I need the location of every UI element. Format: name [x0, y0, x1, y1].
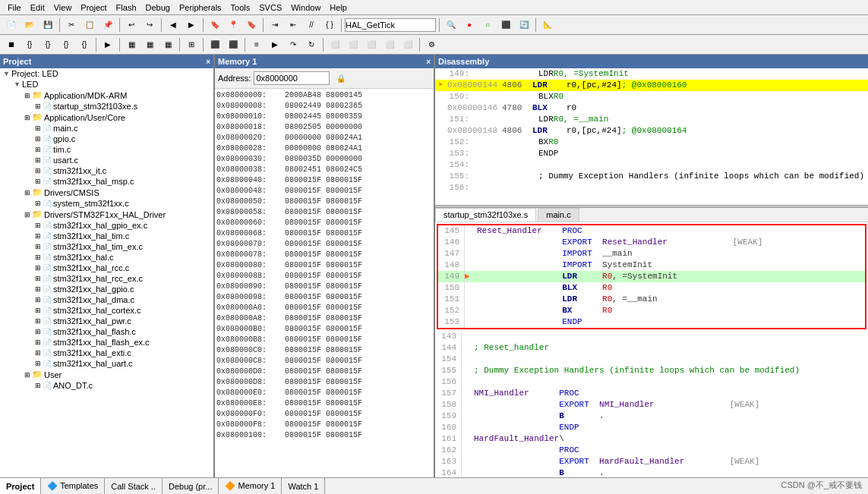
tree-item[interactable]: ⊞📄stm32f1xx_hal_flash.c	[0, 326, 213, 337]
tree-item[interactable]: ⊞📄tim.c	[0, 144, 213, 155]
t2-btn12[interactable]: ⬛	[225, 36, 241, 53]
paste-btn[interactable]: 📌	[99, 17, 116, 33]
tree-item[interactable]: ⊞📁Application/MDK-ARM	[0, 90, 213, 101]
memory-refresh-btn[interactable]: 🔒	[333, 70, 349, 87]
menu-flash[interactable]: Flash	[112, 2, 141, 14]
tree-item[interactable]: ⊞📄gpio.c	[0, 134, 213, 144]
tree-item[interactable]: ⊞📁Drivers/CMSIS	[0, 187, 213, 198]
reset-btn[interactable]: 🔄	[516, 17, 532, 33]
t2-btn19[interactable]: ⬜	[363, 36, 380, 53]
arrow-indicator	[462, 445, 471, 456]
t2-btn15[interactable]: ↷	[285, 36, 301, 53]
t2-btn5[interactable]: {}	[76, 36, 93, 53]
t2-btn11[interactable]: ⬛	[207, 36, 223, 53]
menu-project[interactable]: Project	[76, 2, 111, 14]
stop-btn[interactable]: ⬛	[497, 17, 514, 33]
cut-btn[interactable]: ✂	[63, 17, 80, 33]
debug-btn[interactable]: ●	[461, 17, 478, 33]
tree-item[interactable]: ⊞📄stm32f1xx_hal_msp.c	[0, 176, 213, 187]
t2-btn8[interactable]: ▦	[141, 36, 158, 53]
tree-item[interactable]: ⊞📄main.c	[0, 123, 213, 134]
menu-edit[interactable]: Edit	[26, 2, 49, 14]
menu-file[interactable]: File	[3, 2, 26, 14]
menu-svcs[interactable]: SVCS	[254, 2, 286, 14]
t2-btn1[interactable]: ⏹	[3, 36, 20, 53]
tree-item[interactable]: ⊞📄stm32f1xx_hal_pwr.c	[0, 316, 213, 326]
menu-peripherals[interactable]: Peripherals	[175, 2, 226, 14]
comment-btn[interactable]: //	[303, 17, 320, 33]
tree-item[interactable]: ▼LED	[0, 79, 213, 90]
tree-item[interactable]: ⊞📄stm32f1xx_hal_gpio.c	[0, 284, 213, 294]
redo-btn[interactable]: ↪	[141, 17, 158, 33]
uncomment-btn[interactable]: { }	[321, 17, 338, 33]
t2-btn10[interactable]: ⊞	[183, 36, 200, 53]
t2-btn18[interactable]: ⬜	[345, 36, 361, 53]
source-tab[interactable]: main.c	[538, 208, 579, 222]
run-btn[interactable]: ○	[479, 17, 496, 33]
tree-item[interactable]: ⊞📄stm32f1xx_it.c	[0, 165, 213, 176]
menu-tools[interactable]: Tools	[226, 2, 255, 14]
status-tab-5[interactable]: Watch 1	[282, 478, 325, 494]
tree-item[interactable]: ⊞📄stm32f1xx_hal_tim_ex.c	[0, 241, 213, 252]
tree-item[interactable]: ⊞📄stm32f1xx_hal_tim.c	[0, 231, 213, 241]
t2-btn7[interactable]: ▦	[123, 36, 140, 53]
indent-btn[interactable]: ⇥	[267, 17, 283, 33]
t2-btn2[interactable]: {}	[21, 36, 38, 53]
menu-window[interactable]: Window	[286, 2, 325, 14]
tree-item[interactable]: ⊞📁User	[0, 369, 213, 380]
back-btn[interactable]: ◀	[165, 17, 181, 33]
tree-item[interactable]: ⊞📁Application/User/Core	[0, 112, 213, 123]
tree-item[interactable]: ⊞📄stm32f1xx_hal_exti.c	[0, 348, 213, 358]
tree-item[interactable]: ⊞📄usart.c	[0, 155, 213, 165]
t2-btn22[interactable]: ⚙	[423, 36, 440, 53]
unindent-btn[interactable]: ⇤	[285, 17, 301, 33]
t2-btn17[interactable]: ⬜	[327, 36, 343, 53]
bookmark-btn[interactable]: 🔖	[207, 17, 223, 33]
status-tab-0[interactable]: Project	[0, 478, 41, 494]
t2-btn3[interactable]: {}	[39, 36, 56, 53]
fwd-btn[interactable]: ▶	[183, 17, 200, 33]
tree-item[interactable]: ⊞📄stm32f1xx_hal_flash_ex.c	[0, 337, 213, 348]
search-input[interactable]	[345, 18, 436, 32]
menu-help[interactable]: Help	[325, 2, 352, 14]
tree-item[interactable]: ⊞📄stm32f1xx_hal.c	[0, 252, 213, 263]
memory-panel-close[interactable]: ×	[426, 58, 431, 66]
new-btn[interactable]: 📄	[3, 17, 20, 33]
address-input[interactable]	[254, 71, 330, 85]
tree-item[interactable]: ⊞📄stm32f1xx_hal_rcc.c	[0, 263, 213, 273]
t2-btn21[interactable]: ⬜	[399, 36, 416, 53]
t2-btn4[interactable]: {}	[58, 36, 74, 53]
tree-item[interactable]: ⊞📄ANO_DT.c	[0, 380, 213, 391]
t2-btn14[interactable]: ▶	[267, 36, 283, 53]
status-tab-1[interactable]: 🔷 Templates	[41, 478, 105, 494]
status-tab-4[interactable]: 🔶 Memory 1	[219, 478, 282, 494]
tree-item[interactable]: ▼Project: LED	[0, 68, 213, 79]
t2-btn9[interactable]: ▦	[159, 36, 176, 53]
search-btn[interactable]: 🔍	[443, 17, 459, 33]
menu-view[interactable]: View	[49, 2, 77, 14]
save-btn[interactable]: 💾	[39, 17, 56, 33]
t2-btn16[interactable]: ↻	[303, 36, 320, 53]
project-panel-close[interactable]: ×	[206, 58, 210, 66]
t2-btn6[interactable]: ▶	[99, 36, 116, 53]
bookmark2-btn[interactable]: 📍	[225, 17, 241, 33]
status-tab-3[interactable]: Debug (pr...	[163, 478, 219, 494]
open-btn[interactable]: 📂	[21, 17, 38, 33]
status-tab-2[interactable]: Call Stack ..	[105, 478, 163, 494]
t2-btn20[interactable]: ⬜	[381, 36, 398, 53]
t2-btn13[interactable]: ≡	[248, 36, 265, 53]
tree-item[interactable]: ⊞📄startup_stm32f103xe.s	[0, 101, 213, 112]
tree-item[interactable]: ⊞📄stm32f1xx_hal_dma.c	[0, 294, 213, 305]
menu-debug[interactable]: Debug	[141, 2, 175, 14]
tree-item[interactable]: ⊞📄stm32f1xx_hal_uart.c	[0, 358, 213, 369]
undo-btn[interactable]: ↩	[123, 17, 140, 33]
bookmark3-btn[interactable]: 🔖	[243, 17, 260, 33]
tree-item[interactable]: ⊞📄stm32f1xx_hal_cortex.c	[0, 305, 213, 316]
tree-item[interactable]: ⊞📁Drivers/STM32F1xx_HAL_Driver	[0, 209, 213, 220]
copy-btn[interactable]: 📋	[81, 17, 98, 33]
tree-item[interactable]: ⊞📄stm32f1xx_hal_gpio_ex.c	[0, 220, 213, 231]
tree-item[interactable]: ⊞📄system_stm32f1xx.c	[0, 198, 213, 209]
tree-item[interactable]: ⊞📄stm32f1xx_hal_rcc_ex.c	[0, 273, 213, 284]
source-tab[interactable]: startup_stm32f103xe.s	[435, 208, 536, 222]
step-btn[interactable]: 📐	[539, 17, 556, 33]
